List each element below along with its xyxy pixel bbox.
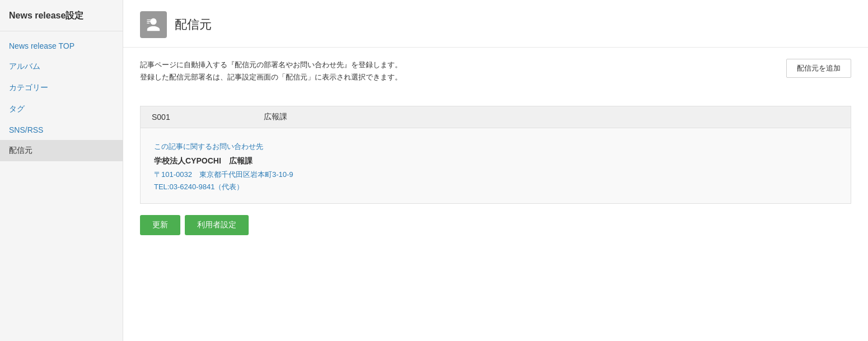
page-header-icon: [140, 11, 167, 38]
sidebar-nav: News release TOP アルバム カテゴリー タグ SNS/RSS 配…: [0, 31, 123, 166]
update-button[interactable]: 更新: [140, 215, 180, 235]
action-buttons: 更新 利用者設定: [140, 215, 851, 235]
main-content: 配信元 記事ページに自動挿入する『配信元の部署名やお問い合わせ先』を登録します。…: [123, 0, 868, 341]
sidebar-item-sns-rss[interactable]: SNS/RSS: [0, 120, 123, 140]
sidebar-title: News release設定: [0, 0, 123, 31]
page-header: 配信元: [123, 0, 868, 48]
source-code: S001: [152, 113, 264, 122]
contact-label: この記事に関するお問い合わせ先: [154, 142, 837, 152]
sidebar-item-news-release-top[interactable]: News release TOP: [0, 36, 123, 56]
description-line2: 登録した配信元部署名は、記事設定画面の「配信元」に表示され選択できます。: [140, 71, 402, 83]
svg-rect-0: [147, 20, 151, 20]
contact-address: 〒101-0032 東京都千代田区岩本町3-10-9: [154, 170, 837, 180]
sidebar: News release設定 News release TOP アルバム カテゴ…: [0, 0, 123, 341]
svg-rect-2: [147, 23, 150, 24]
sidebar-item-category[interactable]: カテゴリー: [0, 77, 123, 99]
sidebar-item-source[interactable]: 配信元: [0, 140, 123, 161]
user-settings-button[interactable]: 利用者設定: [185, 215, 249, 235]
contact-tel: TEL:03-6240-9841（代表）: [154, 182, 837, 192]
contact-org: 学校法人CYPOCHI 広報課: [154, 156, 837, 166]
content-area: 記事ページに自動挿入する『配信元の部署名やお問い合わせ先』を登録します。 登録し…: [123, 48, 868, 341]
svg-rect-1: [147, 21, 151, 22]
sidebar-item-tag[interactable]: タグ: [0, 99, 123, 120]
detail-panel: この記事に関するお問い合わせ先 学校法人CYPOCHI 広報課 〒101-003…: [140, 128, 851, 204]
source-table-row[interactable]: S001 広報課: [140, 106, 851, 128]
person-icon: [146, 17, 161, 32]
add-source-button[interactable]: 配信元を追加: [786, 59, 851, 78]
page-title: 配信元: [175, 16, 212, 33]
description-text: 記事ページに自動挿入する『配信元の部署名やお問い合わせ先』を登録します。 登録し…: [140, 59, 402, 83]
source-name: 広報課: [264, 112, 839, 122]
sidebar-item-album[interactable]: アルバム: [0, 56, 123, 77]
description-line1: 記事ページに自動挿入する『配信元の部署名やお問い合わせ先』を登録します。: [140, 59, 402, 71]
